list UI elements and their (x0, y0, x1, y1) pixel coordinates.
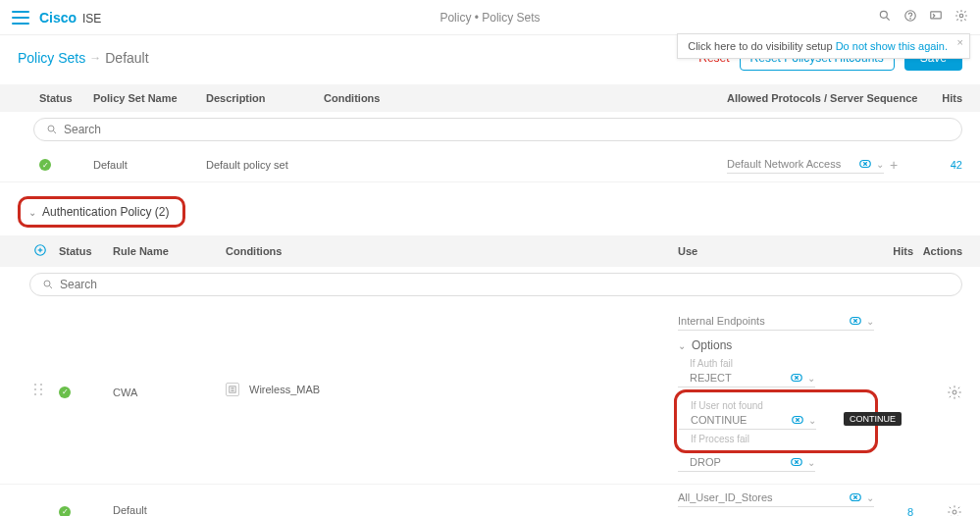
policyset-name: Default (93, 159, 206, 171)
clear-icon[interactable] (790, 371, 803, 385)
gear-icon[interactable] (954, 9, 968, 26)
continue-tooltip: CONTINUE (844, 412, 902, 426)
status-ok-icon (59, 387, 71, 398)
add-rule-icon[interactable] (33, 243, 51, 259)
rcol-cond: Conditions (226, 245, 678, 257)
policyset-search-input[interactable] (64, 123, 950, 136)
clear-icon[interactable] (791, 413, 804, 427)
rule-search[interactable] (29, 273, 962, 296)
svg-point-28 (953, 390, 956, 394)
options-label: Options (692, 338, 732, 352)
console-icon[interactable] (929, 9, 943, 26)
opt-auth-fail-select[interactable]: REJECT ⌄ (678, 369, 815, 387)
col-name: Policy Set Name (93, 92, 206, 104)
clear-icon[interactable] (849, 490, 862, 504)
svg-point-18 (34, 393, 36, 395)
visibility-setup-popup: Click here to do visibility setup Do not… (677, 33, 970, 59)
svg-point-3 (910, 19, 911, 20)
rule-row-default: Default All_User_ID_Stores ⌄ 8 (0, 485, 980, 516)
popup-dismiss-link[interactable]: Do not show this again. (836, 40, 948, 52)
drag-handle-icon[interactable] (33, 312, 51, 396)
condition-value: Wireless_MAB (249, 384, 320, 395)
help-icon[interactable] (903, 9, 917, 26)
svg-line-13 (50, 286, 53, 289)
opt-process-fail-value: DROP (690, 456, 790, 468)
col-cond: Conditions (324, 92, 727, 104)
chevron-down-icon[interactable]: ⌄ (866, 316, 874, 327)
rule-name: CWA (113, 312, 226, 398)
chevron-down-icon[interactable]: ⌄ (808, 415, 816, 426)
clear-icon[interactable] (858, 157, 872, 171)
opt-process-fail-select[interactable]: DROP ⌄ (678, 453, 815, 472)
chevron-down-icon[interactable]: ⌄ (876, 159, 884, 170)
opt-user-nf-value: CONTINUE (691, 414, 791, 426)
status-ok-icon (59, 506, 71, 517)
breadcrumb-current: Default (105, 50, 148, 66)
top-bar: Cisco ISE Policy • Policy Sets (0, 0, 980, 35)
rcol-hits: Hits (874, 245, 913, 257)
brand: Cisco ISE (39, 10, 101, 26)
popup-text: Click here to do visibility setup (688, 40, 835, 52)
svg-point-12 (44, 281, 50, 286)
page-title: Policy • Policy Sets (439, 11, 540, 25)
opt-process-fail-label: If Process fail (691, 434, 869, 444)
status-ok-icon (39, 159, 51, 171)
opt-user-nf-label: If User not found (691, 400, 869, 411)
allowed-protocols-select[interactable]: Default Network Access ⌄ (727, 155, 884, 174)
breadcrumb-arrow: → (89, 51, 101, 65)
svg-point-15 (40, 384, 42, 386)
svg-rect-4 (931, 12, 942, 19)
add-icon[interactable]: + (890, 157, 898, 173)
condition-icon[interactable] (226, 383, 239, 396)
row-actions-gear-icon[interactable] (947, 510, 962, 516)
authentication-policy-toggle[interactable]: ⌄ Authentication Policy (2) (18, 196, 185, 228)
options-toggle[interactable]: ⌄ Options (678, 338, 874, 352)
brand-name: Cisco (39, 10, 77, 26)
chevron-down-icon[interactable]: ⌄ (807, 373, 815, 384)
svg-line-7 (54, 131, 57, 134)
policyset-desc: Default policy set (206, 159, 324, 171)
use-select[interactable]: All_User_ID_Stores ⌄ (678, 489, 874, 507)
col-hits: Hits (923, 92, 962, 104)
rule-row-cwa: CWA Wireless_MAB Internal Endpoints ⌄ ⌄ … (0, 302, 980, 485)
svg-point-30 (953, 510, 956, 514)
rule-name: Default (113, 489, 226, 516)
close-icon[interactable]: × (957, 36, 963, 48)
svg-line-1 (887, 18, 890, 21)
chevron-down-icon: ⌄ (678, 340, 686, 351)
use-value: Internal Endpoints (678, 315, 849, 327)
brand-suffix: ISE (82, 12, 101, 26)
allowed-value: Default Network Access (727, 158, 858, 170)
svg-point-16 (34, 388, 36, 390)
auth-policy-title: Authentication Policy (2) (42, 205, 169, 219)
rcol-name: Rule Name (113, 245, 226, 257)
svg-point-5 (959, 14, 963, 18)
svg-point-0 (880, 11, 887, 18)
svg-point-17 (40, 388, 42, 390)
use-value: All_User_ID_Stores (678, 491, 849, 503)
opt-auth-fail-label: If Auth fail (690, 358, 874, 369)
policyset-row[interactable]: Default Default policy set Default Netwo… (0, 147, 980, 182)
use-select[interactable]: Internal Endpoints ⌄ (678, 312, 874, 331)
row-actions-gear-icon[interactable] (947, 390, 962, 402)
svg-point-14 (34, 384, 36, 386)
rcol-status: Status (59, 245, 113, 257)
col-status: Status (39, 92, 93, 104)
menu-icon[interactable] (12, 11, 29, 25)
clear-icon[interactable] (790, 455, 803, 469)
search-icon[interactable] (878, 9, 892, 26)
chevron-down-icon: ⌄ (28, 207, 36, 218)
svg-point-19 (40, 393, 42, 395)
chevron-down-icon[interactable]: ⌄ (866, 492, 874, 503)
rcol-use: Use (678, 245, 874, 257)
rule-grid-header: Status Rule Name Conditions Use Hits Act… (0, 235, 980, 267)
col-allowed: Allowed Protocols / Server Sequence (727, 92, 923, 104)
clear-icon[interactable] (849, 314, 862, 328)
rcol-actions: Actions (913, 245, 962, 257)
opt-user-nf-select[interactable]: CONTINUE ⌄ (679, 411, 816, 430)
breadcrumb-root[interactable]: Policy Sets (18, 50, 85, 66)
policyset-hits: 42 (951, 159, 962, 171)
chevron-down-icon[interactable]: ⌄ (807, 457, 815, 468)
policyset-search[interactable] (33, 118, 962, 141)
rule-search-input[interactable] (60, 278, 950, 291)
